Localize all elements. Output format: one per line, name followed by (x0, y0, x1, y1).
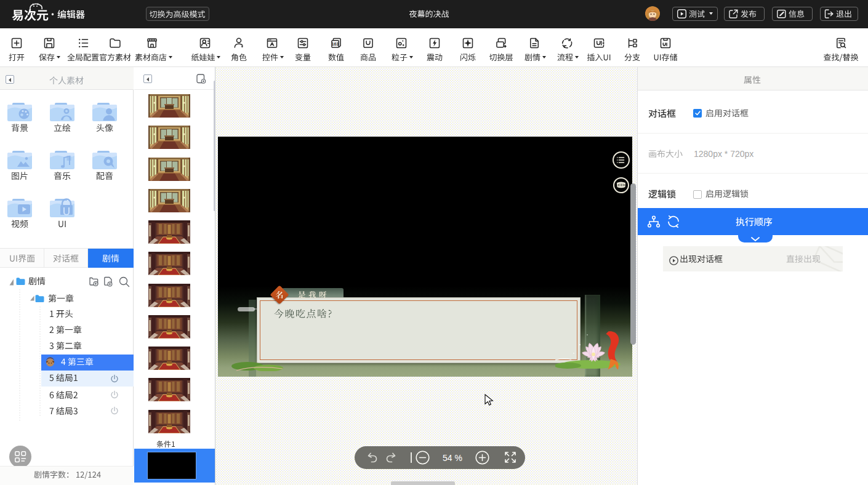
svg-text:163: 163 (332, 42, 339, 46)
